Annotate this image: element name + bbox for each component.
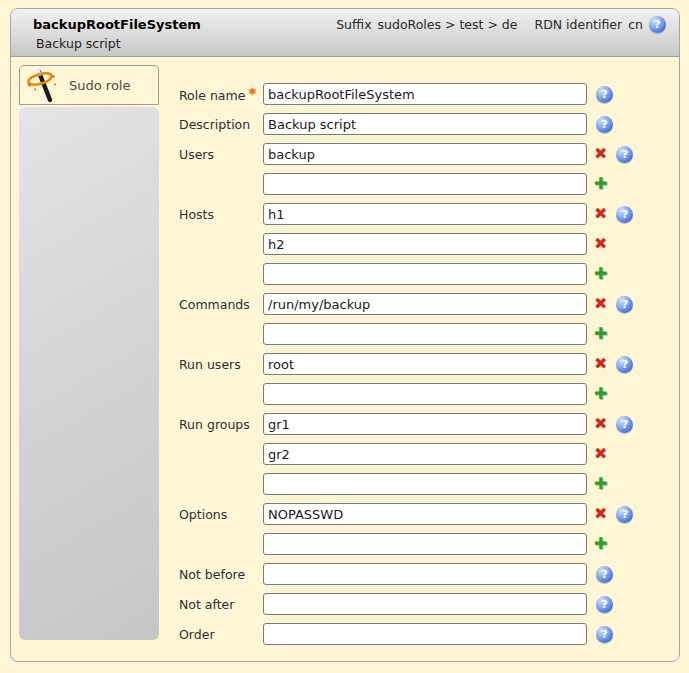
form-row-not-before: Not before ? <box>179 563 679 585</box>
add-icon-commands-new[interactable]: ✚ <box>594 325 607 343</box>
form-row-role-name: Role name✱ ? <box>179 83 679 105</box>
sidebar-background <box>19 107 159 640</box>
form-row-hosts-2: ✖ <box>179 233 679 255</box>
field-label: Not after <box>179 597 234 612</box>
help-icon-commands-1[interactable]: ? <box>616 296 633 313</box>
delete-icon-run-groups-2[interactable]: ✖ <box>594 445 607 463</box>
form-row-run-groups-new: ✚ <box>179 473 679 495</box>
form-row-run-users-1: Run users ✖ ? <box>179 353 679 375</box>
field-input-run-groups-1[interactable] <box>263 413 587 435</box>
required-marker: ✱ <box>248 86 256 97</box>
title-bar: backupRootFileSystem Backup script Suffi… <box>11 9 679 57</box>
suffix-label: Suffix <box>336 17 371 32</box>
rdn-value: cn <box>628 17 643 32</box>
suffix-value: sudoRoles > test > de <box>378 17 518 32</box>
form-row-run-groups-1: Run groups ✖ ? <box>179 413 679 435</box>
sidebar: Sudo role <box>19 65 159 640</box>
help-icon-not-after[interactable]: ? <box>596 596 613 613</box>
field-input-hosts-2[interactable] <box>263 233 587 255</box>
sudo-role-form: Role name✱ ? Description ? Users ✖ ? ✚ H… <box>179 83 679 653</box>
field-input-not-before[interactable] <box>263 563 587 585</box>
form-row-order: Order ? <box>179 623 679 645</box>
delete-icon-run-groups-1[interactable]: ✖ <box>594 415 607 433</box>
field-label: Order <box>179 627 215 642</box>
field-input-not-after[interactable] <box>263 593 587 615</box>
form-row-commands-1: Commands ✖ ? <box>179 293 679 315</box>
add-icon-run-users-new[interactable]: ✚ <box>594 385 607 403</box>
form-row-run-users-new: ✚ <box>179 383 679 405</box>
delete-icon-users-1[interactable]: ✖ <box>594 145 607 163</box>
field-label: Role name <box>179 88 245 103</box>
rdn-label: RDN identifier <box>534 17 622 32</box>
help-icon-role-name[interactable]: ? <box>596 86 613 103</box>
field-label: Hosts <box>179 207 214 222</box>
form-row-description: Description ? <box>179 113 679 135</box>
help-icon[interactable]: ? <box>649 16 666 33</box>
add-icon-run-groups-new[interactable]: ✚ <box>594 475 607 493</box>
help-icon-options-1[interactable]: ? <box>616 506 633 523</box>
form-row-run-groups-2: ✖ <box>179 443 679 465</box>
delete-icon-run-users-1[interactable]: ✖ <box>594 355 607 373</box>
field-input-hosts-1[interactable] <box>263 203 587 225</box>
delete-icon-hosts-1[interactable]: ✖ <box>594 205 607 223</box>
tab-sudo-role[interactable]: Sudo role <box>19 65 159 105</box>
field-input-users-1[interactable] <box>263 143 587 165</box>
delete-icon-options-1[interactable]: ✖ <box>594 505 607 523</box>
field-label: Not before <box>179 567 245 582</box>
delete-icon-hosts-2[interactable]: ✖ <box>594 235 607 253</box>
field-input-hosts-new[interactable] <box>263 263 587 285</box>
field-input-run-groups-2[interactable] <box>263 443 587 465</box>
field-label: Description <box>179 117 250 132</box>
field-input-role-name[interactable] <box>263 83 587 105</box>
field-input-options-new[interactable] <box>263 533 587 555</box>
magic-wand-icon <box>26 67 60 103</box>
field-label: Options <box>179 507 227 522</box>
form-row-options-1: Options ✖ ? <box>179 503 679 525</box>
field-label: Run users <box>179 357 241 372</box>
form-row-users-new: ✚ <box>179 173 679 195</box>
field-input-run-users-new[interactable] <box>263 383 587 405</box>
field-input-commands-1[interactable] <box>263 293 587 315</box>
field-input-order[interactable] <box>263 623 587 645</box>
add-icon-hosts-new[interactable]: ✚ <box>594 265 607 283</box>
field-input-description[interactable] <box>263 113 587 135</box>
add-icon-users-new[interactable]: ✚ <box>594 175 607 193</box>
help-icon-users-1[interactable]: ? <box>616 146 633 163</box>
form-row-not-after: Not after ? <box>179 593 679 615</box>
form-row-options-new: ✚ <box>179 533 679 555</box>
main-container: backupRootFileSystem Backup script Suffi… <box>10 8 680 662</box>
titlebar-right: Suffix sudoRoles > test > de RDN identif… <box>336 16 666 33</box>
form-row-commands-new: ✚ <box>179 323 679 345</box>
field-label: Run groups <box>179 417 250 432</box>
entry-subtitle: Backup script <box>36 36 121 51</box>
field-label: Commands <box>179 297 250 312</box>
form-row-hosts-1: Hosts ✖ ? <box>179 203 679 225</box>
entry-title: backupRootFileSystem <box>33 17 201 32</box>
help-icon-order[interactable]: ? <box>596 626 613 643</box>
field-input-run-users-1[interactable] <box>263 353 587 375</box>
field-input-options-1[interactable] <box>263 503 587 525</box>
tab-label: Sudo role <box>69 78 130 93</box>
delete-icon-commands-1[interactable]: ✖ <box>594 295 607 313</box>
help-icon-description[interactable]: ? <box>596 116 613 133</box>
help-icon-hosts-1[interactable]: ? <box>616 206 633 223</box>
form-row-hosts-new: ✚ <box>179 263 679 285</box>
help-icon-not-before[interactable]: ? <box>596 566 613 583</box>
help-icon-run-groups-1[interactable]: ? <box>616 416 633 433</box>
form-row-users-1: Users ✖ ? <box>179 143 679 165</box>
field-input-commands-new[interactable] <box>263 323 587 345</box>
field-input-run-groups-new[interactable] <box>263 473 587 495</box>
help-icon-run-users-1[interactable]: ? <box>616 356 633 373</box>
add-icon-options-new[interactable]: ✚ <box>594 535 607 553</box>
field-input-users-new[interactable] <box>263 173 587 195</box>
field-label: Users <box>179 147 214 162</box>
